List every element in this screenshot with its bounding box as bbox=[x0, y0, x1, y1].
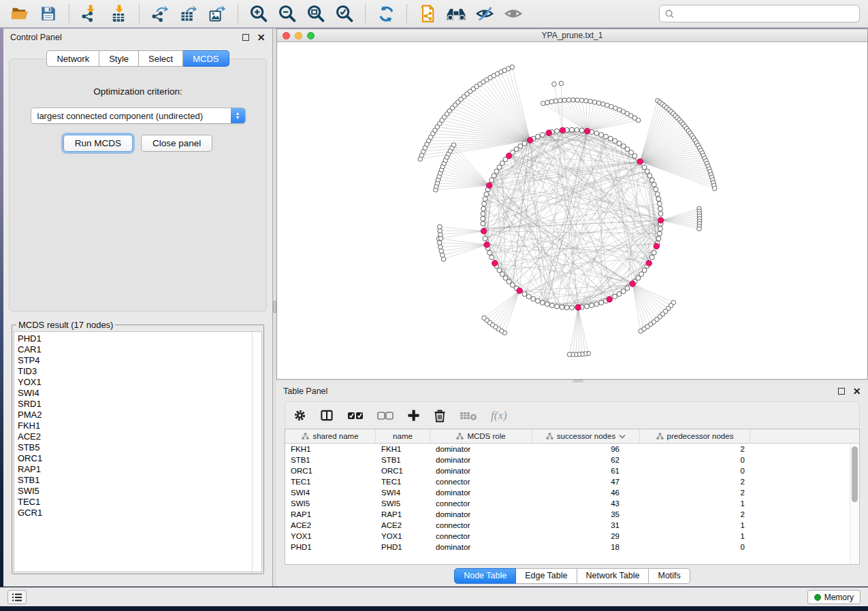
close-panel-button[interactable]: ✕ bbox=[257, 33, 266, 42]
table-cell[interactable]: STB1 bbox=[285, 455, 376, 465]
mcds-result-item[interactable]: STB5 bbox=[18, 442, 252, 453]
table-cell[interactable]: 35 bbox=[532, 509, 640, 520]
search-binoculars-button[interactable] bbox=[445, 3, 468, 24]
table-cell[interactable]: 2 bbox=[640, 509, 750, 520]
splitter-grip[interactable] bbox=[573, 380, 583, 382]
close-table-panel-button[interactable]: ✕ bbox=[852, 387, 861, 396]
table-cell[interactable]: 1 bbox=[640, 498, 750, 509]
table-cell[interactable]: dominator bbox=[430, 465, 532, 476]
column-header-shared-name[interactable]: shared name bbox=[285, 429, 376, 443]
mcds-result-item[interactable]: SRD1 bbox=[18, 399, 252, 410]
mcds-result-item[interactable]: CAR1 bbox=[18, 344, 252, 355]
column-header-successor-nodes[interactable]: successor nodes bbox=[532, 429, 640, 443]
table-row[interactable]: TEC1TEC1connector472 bbox=[285, 476, 859, 487]
export-network-button[interactable] bbox=[148, 3, 172, 24]
table-cell[interactable]: 1 bbox=[640, 531, 750, 542]
table-cell[interactable]: 1 bbox=[640, 520, 750, 531]
table-row[interactable]: FKH1FKH1dominator962 bbox=[285, 444, 859, 455]
table-cell[interactable]: 2 bbox=[640, 476, 750, 487]
tab-network[interactable]: Network bbox=[46, 50, 99, 67]
mcds-result-item[interactable]: SWI5 bbox=[18, 486, 252, 497]
table-cell[interactable]: FKH1 bbox=[285, 444, 376, 455]
table-cell[interactable]: STB1 bbox=[376, 455, 430, 465]
tab-network-table[interactable]: Network Table bbox=[577, 568, 649, 584]
network-window-titlebar[interactable]: YPA_prune.txt_1 bbox=[277, 29, 867, 42]
table-row[interactable]: PHD1PHD1dominator180 bbox=[285, 542, 859, 552]
table-cell[interactable]: 47 bbox=[532, 476, 640, 487]
network-graph[interactable] bbox=[277, 42, 867, 379]
mcds-result-list[interactable]: PHD1CAR1STP4TID3YOX1SWI4SRD1PMA2FKH1ACE2… bbox=[14, 331, 262, 572]
refresh-view-button[interactable] bbox=[374, 3, 398, 24]
mcds-result-item[interactable]: GCR1 bbox=[18, 508, 252, 518]
hide-selected-button[interactable] bbox=[473, 3, 496, 24]
float-table-panel-button[interactable] bbox=[837, 387, 846, 396]
table-cell[interactable]: dominator bbox=[430, 444, 532, 455]
table-cell[interactable]: ORC1 bbox=[376, 465, 430, 476]
memory-button[interactable]: Memory bbox=[807, 590, 861, 604]
scrollbar-thumb[interactable] bbox=[852, 446, 858, 502]
table-cell[interactable]: ACE2 bbox=[376, 520, 430, 531]
export-table-button[interactable] bbox=[177, 3, 200, 24]
export-image-button[interactable] bbox=[206, 3, 229, 24]
table-cell[interactable]: RAP1 bbox=[376, 509, 430, 520]
mcds-result-item[interactable]: PHD1 bbox=[18, 333, 252, 344]
table-cell[interactable]: FKH1 bbox=[376, 444, 430, 455]
table-cell[interactable]: 43 bbox=[532, 498, 640, 509]
table-scrollbar[interactable] bbox=[850, 444, 858, 563]
table-cell[interactable]: TEC1 bbox=[376, 476, 430, 487]
table-cell[interactable]: RAP1 bbox=[285, 509, 376, 520]
table-cell[interactable]: 18 bbox=[532, 542, 640, 552]
zoom-out-button[interactable] bbox=[276, 3, 299, 24]
table-cell[interactable]: SWI5 bbox=[285, 498, 376, 509]
result-list-scrollbar[interactable] bbox=[252, 332, 261, 572]
table-row[interactable]: SWI5SWI5connector431 bbox=[285, 498, 859, 509]
save-session-button[interactable] bbox=[37, 3, 60, 24]
table-cell[interactable]: 31 bbox=[532, 520, 640, 531]
table-row[interactable]: ACE2ACE2connector311 bbox=[285, 520, 859, 531]
delete-column-button[interactable] bbox=[434, 409, 446, 423]
share-network-file-button[interactable] bbox=[416, 3, 439, 24]
table-cell[interactable]: SWI5 bbox=[376, 498, 430, 509]
table-cell[interactable]: 0 bbox=[640, 542, 750, 552]
table-cell[interactable]: SWI4 bbox=[376, 487, 430, 498]
tab-mcds[interactable]: MCDS bbox=[183, 50, 229, 67]
show-all-button[interactable] bbox=[502, 3, 525, 24]
tab-select[interactable]: Select bbox=[139, 50, 183, 67]
close-panel-button-mcds[interactable]: Close panel bbox=[141, 135, 212, 152]
table-cell[interactable]: connector bbox=[430, 531, 532, 542]
mcds-result-item[interactable]: TID3 bbox=[18, 366, 252, 377]
mcds-result-item[interactable]: SWI4 bbox=[18, 388, 252, 399]
mcds-result-item[interactable]: STP4 bbox=[18, 355, 252, 366]
column-header-predecessor-nodes[interactable]: predecessor nodes bbox=[640, 429, 750, 443]
table-cell[interactable]: 29 bbox=[532, 531, 640, 542]
table-cell[interactable]: PHD1 bbox=[376, 542, 430, 552]
table-cell[interactable]: ACE2 bbox=[285, 520, 376, 531]
table-cell[interactable]: 0 bbox=[640, 465, 750, 476]
table-cell[interactable]: 61 bbox=[532, 465, 640, 476]
mcds-result-item[interactable]: RAP1 bbox=[18, 464, 252, 475]
table-cell[interactable]: connector bbox=[430, 520, 532, 531]
import-network-button[interactable] bbox=[78, 3, 101, 24]
table-cell[interactable]: ORC1 bbox=[285, 465, 376, 476]
search-input[interactable] bbox=[678, 9, 854, 18]
table-cell[interactable]: 62 bbox=[532, 455, 640, 465]
run-mcds-button[interactable]: Run MCDS bbox=[63, 135, 133, 152]
column-header-name[interactable]: name bbox=[376, 429, 430, 443]
mcds-result-item[interactable]: TEC1 bbox=[18, 497, 252, 508]
network-canvas[interactable] bbox=[277, 42, 867, 379]
optimization-criterion-select[interactable]: largest connected component (undirected)… bbox=[31, 108, 246, 124]
table-row[interactable]: STB1STB1dominator620 bbox=[285, 455, 859, 465]
table-cell[interactable]: YOX1 bbox=[285, 531, 376, 542]
table-row[interactable]: RAP1RAP1dominator352 bbox=[285, 509, 859, 520]
mcds-result-item[interactable]: PMA2 bbox=[18, 410, 252, 420]
table-cell[interactable]: dominator bbox=[430, 487, 532, 498]
deselect-all-button[interactable] bbox=[377, 410, 393, 421]
horizontal-splitter[interactable] bbox=[276, 380, 868, 382]
mcds-result-item[interactable]: YOX1 bbox=[18, 377, 252, 388]
toolbar-search[interactable] bbox=[659, 5, 860, 22]
mcds-result-item[interactable]: ACE2 bbox=[18, 431, 252, 442]
float-panel-button[interactable] bbox=[241, 33, 250, 42]
add-column-button[interactable] bbox=[407, 409, 420, 422]
task-history-button[interactable] bbox=[7, 590, 27, 604]
column-header-mcds-role[interactable]: MCDS role bbox=[430, 429, 532, 443]
